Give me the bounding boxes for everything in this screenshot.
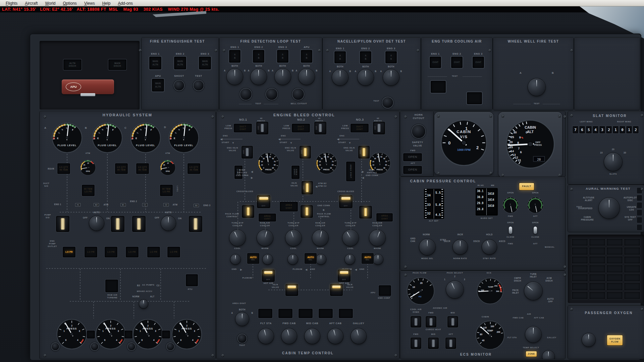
main-altn-test-button[interactable]: MAIN ALTN [174, 57, 186, 69]
aft-manual-valve-toggle[interactable] [534, 227, 537, 234]
cross-bleed-switch-lit[interactable]: OFF [257, 195, 270, 208]
press-test-button[interactable] [167, 343, 174, 350]
pack-select-knob[interactable] [446, 281, 464, 298]
cooling-test-button[interactable] [431, 81, 445, 93]
loop-select-knob[interactable] [251, 69, 267, 85]
zone-temp-knob[interactable] [305, 328, 320, 344]
menu-item[interactable]: Options [59, 1, 80, 6]
brake-accu-knob[interactable] [139, 300, 148, 308]
ram-air-cooler-knob[interactable] [312, 230, 328, 246]
temp-trim-knob[interactable] [316, 254, 326, 264]
cargo-heat-aft-switch[interactable] [446, 338, 456, 349]
oxygen-knob[interactable] [582, 333, 595, 347]
area-ovht-loop-knob[interactable] [235, 312, 249, 326]
temp-trim-knob[interactable] [345, 254, 355, 264]
isln-valve-switch-lit[interactable] [330, 284, 342, 296]
hi-press-switch[interactable]: OFF [373, 122, 385, 134]
ram-air-cooler-knob[interactable] [257, 230, 273, 246]
cooling-test-button[interactable] [467, 93, 482, 104]
loop-ab-button[interactable]: A B [301, 50, 312, 62]
menu-item[interactable]: World [41, 1, 59, 6]
loop-select-knob[interactable] [383, 69, 399, 85]
hi-press-switch[interactable]: OFF [257, 122, 268, 134]
loop-select-knob[interactable] [358, 69, 374, 85]
zone-temp-knob[interactable] [328, 328, 343, 344]
area-ovht-test-button[interactable] [238, 334, 247, 343]
zone-temp-knob[interactable] [281, 328, 297, 344]
stby-rate-knob[interactable] [482, 240, 497, 254]
hot-air-switch-lit[interactable]: OFF [262, 270, 274, 282]
zone-temp-knob[interactable] [351, 328, 366, 344]
main-altn-test-button[interactable]: MAIN ALTN [150, 57, 161, 69]
loop-test-a-button[interactable] [240, 88, 252, 100]
hydraulic-pump-switch[interactable] [132, 216, 145, 232]
pack-auto-mnl-button-lit[interactable]: AUTOMNL [248, 253, 259, 263]
loop-select-knob[interactable] [332, 69, 348, 85]
pack-auto-mnl-button-lit[interactable]: AUTOMNL [362, 253, 373, 263]
temp-trim-knob[interactable] [263, 254, 273, 264]
main-altn-test-button[interactable]: MAIN ALTN [199, 57, 211, 69]
apu-fire-guard[interactable]: APU [62, 79, 114, 94]
hi-press-switch[interactable]: OFF [315, 122, 326, 134]
hydraulic-pump-switch[interactable] [56, 216, 69, 232]
mini-switch[interactable] [637, 225, 642, 230]
mini-switch[interactable] [637, 202, 642, 208]
eng-isln-valve-switch-lit[interactable]: OFF [300, 146, 311, 158]
horn-cutout-button[interactable] [412, 125, 425, 138]
loop-select-knob[interactable] [299, 69, 315, 85]
slats-knob[interactable] [604, 153, 622, 171]
turb-byp-cooler-knob[interactable] [285, 230, 302, 246]
menu-item[interactable]: Add-ons [114, 1, 137, 6]
cargo-heat-mid-switch[interactable] [428, 338, 438, 349]
loop-ab-button[interactable]: A B [386, 52, 396, 63]
pack-ovht-switch-lit[interactable] [360, 206, 372, 218]
temp-trim-knob[interactable] [373, 254, 383, 264]
turb-byp-cooler-knob[interactable] [342, 230, 359, 246]
cool-air-ovbd-switch[interactable] [411, 316, 421, 327]
loop-select-knob[interactable] [275, 69, 291, 85]
menu-item[interactable]: Help [99, 1, 114, 6]
air-source-knob[interactable] [525, 326, 541, 343]
menu-item[interactable]: Flights [2, 1, 21, 6]
loop-ab-button[interactable]: A B [253, 50, 264, 62]
loop-test-b-button[interactable] [266, 88, 277, 100]
mode-sel-knob[interactable] [419, 239, 435, 255]
mini-switch[interactable] [637, 217, 642, 223]
press-test-button[interactable] [91, 343, 98, 350]
cargo-heat-fwd-switch[interactable] [411, 338, 421, 349]
atm-auto-knob[interactable] [89, 216, 104, 231]
menu-item[interactable]: Views [80, 1, 99, 6]
mini-switch[interactable] [637, 195, 642, 201]
nacelle-test-button[interactable] [382, 97, 393, 108]
temp-select-knob[interactable] [542, 351, 554, 359]
menu-item[interactable]: Aircraft [21, 1, 41, 6]
ovht-button[interactable]: OVHT [473, 57, 484, 68]
isln-valve-switch-lit[interactable]: OFF [302, 181, 313, 194]
shoot-button[interactable] [174, 80, 184, 90]
turb-byp-cooler-knob[interactable] [229, 230, 246, 246]
ovht-button[interactable]: OVHT [451, 57, 462, 68]
avionic-air-fwd-switch[interactable] [426, 316, 436, 327]
aural-test-knob[interactable] [599, 198, 620, 219]
eng-isln-valve-switch[interactable]: OFF [242, 146, 253, 158]
bell-cutout-button[interactable] [292, 88, 304, 100]
avionic-air-mid-switch[interactable] [448, 316, 458, 327]
loop-ab-button[interactable]: A B [277, 50, 288, 62]
isln-valve-switch-lit[interactable] [286, 284, 298, 296]
atm-auto-knob[interactable] [161, 216, 176, 231]
loop-ab-button[interactable]: A B [335, 52, 345, 63]
pack-ovht-switch-lit[interactable] [301, 205, 313, 218]
mini-switch[interactable] [637, 210, 642, 216]
hydraulic-pump-switch[interactable] [189, 216, 202, 232]
apu-main-altn-button[interactable]: MAIN ALTN [152, 79, 164, 91]
pack-auto-mnl-button-lit[interactable]: AUTOMNL [305, 253, 316, 263]
press-test-button[interactable] [128, 343, 135, 350]
cross-bleed-switch-lit[interactable]: OFF [339, 195, 352, 208]
press-test-button[interactable] [52, 343, 59, 350]
hot-air-switch-lit[interactable]: OFF [338, 270, 350, 282]
ovht-button[interactable]: OVHT [430, 57, 441, 68]
pack-ovht-switch-lit[interactable] [242, 205, 254, 218]
fwd-manual-valve-toggle[interactable] [509, 227, 512, 234]
loop-ab-button[interactable]: A B [229, 50, 240, 62]
wheel-well-loop-knob[interactable] [528, 78, 545, 96]
